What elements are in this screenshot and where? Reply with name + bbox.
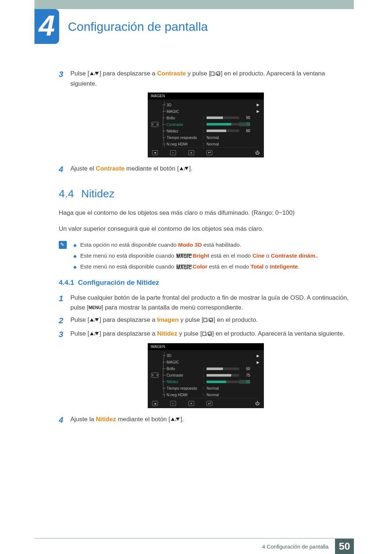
step-number: 4 xyxy=(59,415,69,426)
step-number: 3 xyxy=(59,329,69,340)
note-list: ◆Esta opción no está disponible cuando M… xyxy=(73,239,318,272)
highlight: Contraste xyxy=(96,165,124,172)
colon: : xyxy=(203,373,207,377)
updown-icon: / xyxy=(170,415,180,425)
page-top-band xyxy=(34,0,354,9)
osd-row: Brillo:50 xyxy=(167,115,260,121)
highlight: Cine xyxy=(252,253,265,259)
text: Esta opción no está disponible cuando xyxy=(80,242,178,248)
colon: : xyxy=(203,142,207,146)
text: y pulse [ xyxy=(177,330,202,337)
osd-row: MAGIC▶ xyxy=(167,108,260,115)
osd-label: Brillo xyxy=(167,366,203,371)
osd-label: N.neg HDMI xyxy=(167,142,203,146)
colon: : xyxy=(203,116,207,120)
svg-marker-24 xyxy=(90,332,94,335)
osd-slider xyxy=(207,130,239,132)
text: ] para desplazarse a xyxy=(99,70,157,77)
text: está en el modo xyxy=(209,253,252,259)
text: ] para desplazarse a xyxy=(99,316,157,323)
text: Pulse [ xyxy=(70,316,89,323)
step-4-contraste: 4 Ajuste el Contraste mediante el botón … xyxy=(59,164,353,175)
note-item: ◆Este menú no está disponible cuando SAM… xyxy=(73,250,318,261)
osd-row: MAGIC▶ xyxy=(167,359,260,365)
paragraph: Un valor superior conseguirá que el cont… xyxy=(59,224,353,234)
osd-slider xyxy=(207,368,239,370)
svg-text:/: / xyxy=(215,71,216,76)
osd-row: N.neg HDMI:Normal xyxy=(167,391,260,398)
osd-footer: ◂−+↵⏻ xyxy=(148,148,264,156)
osd-tree xyxy=(160,102,167,147)
osd-label: 3D xyxy=(167,103,203,107)
osd-label: Brillo xyxy=(167,116,203,120)
osd-plus-icon: + xyxy=(188,401,194,406)
osd-arrow-icon: ▶ xyxy=(257,109,260,113)
highlight: Nitidez xyxy=(96,416,116,423)
step-1: 1 Pulse cualquier botón de la parte fron… xyxy=(59,293,353,312)
step-text: Pulse [/] para desplazarse a Imagen y pu… xyxy=(70,315,353,325)
text: ] en el producto. Aparecerá la ventana s… xyxy=(212,330,345,337)
osd-arrow-icon: ▶ xyxy=(257,360,260,364)
osd-label: Tiempo respuesta xyxy=(167,135,203,140)
svg-marker-14 xyxy=(180,167,183,170)
colon: : xyxy=(203,135,207,140)
osd-label: Tiempo respuesta xyxy=(167,386,203,390)
text: Pulse [ xyxy=(70,330,89,337)
svg-rect-3 xyxy=(211,72,214,75)
subsection-4-4-1-heading: 4.4.1 Configuración de Nitidez xyxy=(59,279,353,287)
osd-minus-icon: − xyxy=(170,150,176,155)
text: mediante el botón [ xyxy=(124,165,179,172)
svg-marker-2 xyxy=(95,72,99,75)
osd-left-icon: ◂ xyxy=(152,401,158,406)
note-icon xyxy=(59,241,67,249)
svg-marker-40 xyxy=(176,418,180,421)
step-number: 3 xyxy=(59,69,69,80)
osd-label: MAGIC xyxy=(167,360,203,364)
osd-text-value: Normal xyxy=(207,142,219,146)
osd-plus-icon: + xyxy=(188,150,194,155)
osd-arrow-icon: ▶ xyxy=(257,354,260,358)
step-text: Pulse cualquier botón de la parte fronta… xyxy=(70,293,353,312)
section-4-4-heading: 4.4Nitidez xyxy=(59,188,353,200)
highlight: Nitidez xyxy=(157,330,177,337)
svg-marker-17 xyxy=(90,318,94,321)
text: Ajuste la xyxy=(70,416,96,423)
colon: : xyxy=(203,366,207,371)
text: ] en el producto. xyxy=(213,316,258,323)
section-number: 4.4 xyxy=(59,188,74,200)
bullet-icon: ◆ xyxy=(73,254,77,259)
svg-marker-38 xyxy=(171,418,175,421)
osd-value: 60 xyxy=(239,380,250,384)
highlight: Color xyxy=(193,263,207,270)
osd-value: 50 xyxy=(239,367,250,371)
step-number: 1 xyxy=(59,293,69,304)
osd-row: N.neg HDMI:Normal xyxy=(167,141,260,147)
text: Ajuste el xyxy=(70,165,96,172)
colon: : xyxy=(203,122,207,127)
step-2: 2 Pulse [/] para desplazarse a Imagen y … xyxy=(59,315,353,326)
svg-text:/: / xyxy=(208,318,209,323)
osd-title: IMAGEN xyxy=(148,93,264,99)
osd-side-icon xyxy=(151,352,160,398)
osd-tree xyxy=(160,352,167,398)
note-block: ◆Esta opción no está disponible cuando M… xyxy=(59,239,353,272)
svg-marker-16 xyxy=(185,167,188,170)
text: . xyxy=(317,253,318,259)
osd-row: Tiempo respuesta:Normal xyxy=(167,134,260,141)
text: ]. xyxy=(180,416,184,423)
box-enter-icon: / xyxy=(203,316,213,325)
osd-label: MAGIC xyxy=(167,109,203,114)
samsung-magic-logo: SAMSUNGMAGIC xyxy=(176,265,192,269)
osd-text-value: Normal xyxy=(207,393,219,397)
svg-marker-19 xyxy=(95,318,99,321)
osd-slider xyxy=(207,374,239,377)
osd-label: Contraste xyxy=(167,373,203,377)
updown-icon: / xyxy=(89,330,99,339)
step-number: 2 xyxy=(59,315,69,326)
text: Este menú no está disponible cuando xyxy=(80,253,176,259)
highlight: Contraste dinám. xyxy=(271,253,317,259)
osd-slider xyxy=(207,123,239,126)
osd-label: Nitidez xyxy=(167,379,203,384)
osd-row: Nitidez:60 xyxy=(167,378,260,385)
svg-text:/: / xyxy=(207,332,208,336)
